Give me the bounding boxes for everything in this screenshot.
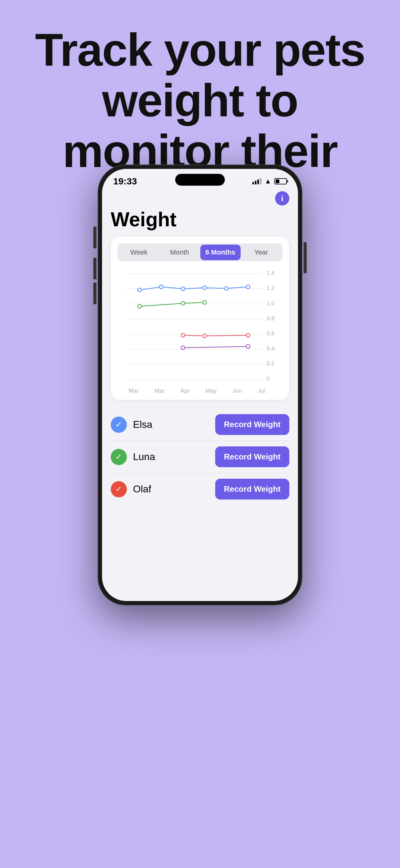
pet-name-luna: Luna <box>133 451 155 463</box>
purple-line <box>183 346 248 348</box>
svg-point-22 <box>138 305 141 308</box>
red-line <box>183 335 248 336</box>
wifi-icon: ▲ <box>265 177 271 185</box>
app-content: i Weight Week Month 6 Months Year <box>102 188 298 505</box>
blue-line <box>139 287 248 290</box>
svg-text:1.0: 1.0 <box>267 300 274 306</box>
svg-text:0.4: 0.4 <box>267 345 274 352</box>
x-label-mar1: Mar <box>129 388 139 394</box>
pet-item-elsa: ✓ Elsa Record Weight <box>111 408 289 441</box>
chart-svg: 1.4 1.2 1.0 0.8 0.6 0.4 0.2 0 <box>118 268 282 385</box>
phone-screen: 19:33 ▲ <box>102 169 298 601</box>
svg-point-26 <box>203 334 206 338</box>
svg-point-17 <box>159 285 163 289</box>
info-icon: i <box>281 194 283 203</box>
pet-check-luna: ✓ <box>111 449 127 465</box>
pet-list: ✓ Elsa Record Weight ✓ Luna Record Weigh… <box>111 408 289 505</box>
x-label-apr: Apr <box>180 388 190 394</box>
x-label-jun: Jun <box>233 388 242 394</box>
pet-item-luna: ✓ Luna Record Weight <box>111 441 289 473</box>
svg-point-29 <box>246 345 250 348</box>
weight-chart: 1.4 1.2 1.0 0.8 0.6 0.4 0.2 0 <box>118 268 282 385</box>
x-label-jul: Jul <box>258 388 265 394</box>
segment-control[interactable]: Week Month 6 Months Year <box>118 243 282 261</box>
pet-name-olaf: Olaf <box>133 483 151 495</box>
page-title: Weight <box>111 208 289 231</box>
tab-week[interactable]: Week <box>119 245 159 260</box>
phone-mockup: 19:33 ▲ <box>98 164 302 868</box>
svg-point-18 <box>181 287 185 290</box>
info-button[interactable]: i <box>275 191 289 206</box>
phone-outer-shell: 19:33 ▲ <box>98 164 302 606</box>
signal-icon <box>253 178 261 184</box>
svg-text:1.4: 1.4 <box>267 270 274 276</box>
svg-point-19 <box>203 286 206 290</box>
svg-point-24 <box>203 301 206 304</box>
battery-icon <box>274 178 287 184</box>
svg-text:0.8: 0.8 <box>267 315 274 321</box>
pet-check-olaf: ✓ <box>111 481 127 497</box>
pet-check-elsa: ✓ <box>111 416 127 433</box>
svg-text:1.2: 1.2 <box>267 285 274 291</box>
tab-month[interactable]: Month <box>160 245 200 260</box>
svg-text:0: 0 <box>267 376 270 382</box>
status-icons: ▲ <box>253 177 287 185</box>
svg-text:0.2: 0.2 <box>267 361 274 367</box>
record-weight-elsa[interactable]: Record Weight <box>215 414 289 435</box>
tab-year[interactable]: Year <box>241 245 281 260</box>
record-weight-olaf[interactable]: Record Weight <box>215 479 289 499</box>
dynamic-island <box>175 174 225 186</box>
svg-point-16 <box>138 288 141 292</box>
chart-card: Week Month 6 Months Year <box>111 237 289 400</box>
svg-point-20 <box>225 286 228 290</box>
svg-point-28 <box>181 346 185 349</box>
x-label-mar2: Mar <box>155 388 165 394</box>
svg-text:0.6: 0.6 <box>267 330 274 337</box>
svg-point-23 <box>181 302 185 305</box>
x-label-may: May <box>206 388 217 394</box>
status-time: 19:33 <box>113 176 137 187</box>
tab-6months[interactable]: 6 Months <box>200 245 241 260</box>
x-axis-labels: Mar Mar Apr May Jun Jul <box>118 385 282 394</box>
pet-name-elsa: Elsa <box>133 419 152 430</box>
green-line <box>139 302 205 306</box>
svg-point-21 <box>246 285 250 289</box>
record-weight-luna[interactable]: Record Weight <box>215 446 289 467</box>
svg-point-25 <box>181 333 185 337</box>
pet-item-olaf: ✓ Olaf Record Weight <box>111 473 289 505</box>
svg-point-27 <box>246 333 250 337</box>
